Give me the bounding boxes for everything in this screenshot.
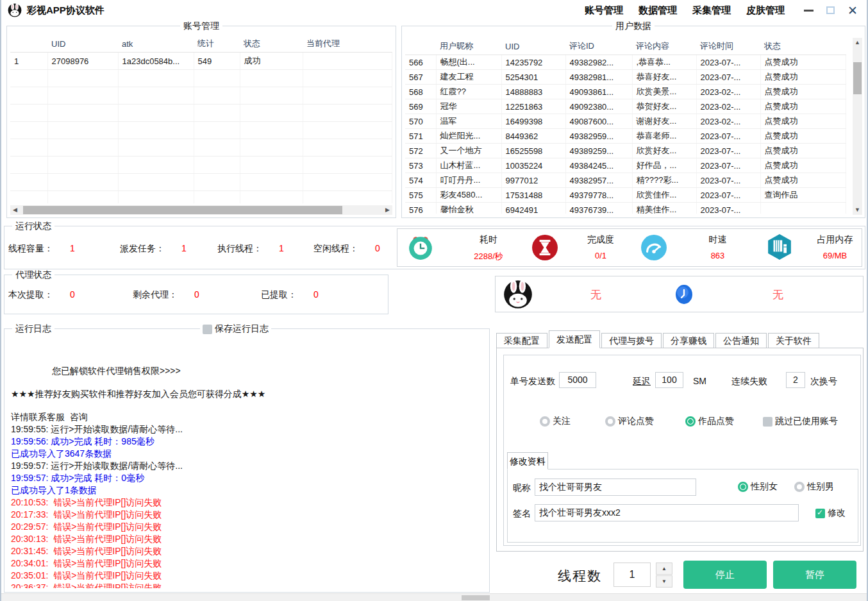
thread-count-input[interactable]: 1 [613,563,651,587]
table-row[interactable]: 573山木村蓝...1003522449384245...好作品，...2023… [405,158,846,173]
title-bar: 彩视APP协议软件 账号管理 数据管理 采集管理 皮肤管理 ✕ [1,0,867,21]
table-row[interactable]: 1270989761a23dc0584b...549成功 [10,53,392,70]
log-line: 详情联系客服 咨询 [11,411,484,423]
fail-label: 连续失败 [731,376,767,387]
column-header[interactable] [10,35,47,53]
stop-button[interactable]: 停止 [683,561,767,589]
maximize-icon[interactable] [826,6,835,14]
send-config-innerbox: 单号发送数 5000 延迟 100 SM 连续失败 2 次换号 关注 评论点赞 … [503,355,861,546]
log-output[interactable]: 您已解锁软件代理销售权限>>>>★★★推荐好友购买软件和推荐好友加入会员您可获得… [11,347,484,588]
tab-send-config[interactable]: 发送配置 [549,330,600,348]
stepper-down-icon[interactable]: ▼ [656,575,672,588]
radio-follow[interactable]: 关注 [540,416,571,427]
radio-work-like[interactable]: 作品点赞 [685,416,734,427]
column-header[interactable]: 评论内容 [632,38,696,55]
app-logo-rabbit-icon [8,3,22,17]
account-hscrollbar[interactable]: ◀ ▶ [10,205,392,215]
table-row[interactable]: 566畅想(出...1423579249382982...,恭喜恭...2023… [405,55,846,70]
column-header[interactable]: atk [118,35,194,53]
scroll-up-icon[interactable]: ▲ [853,38,862,47]
radio-icon[interactable] [540,416,550,427]
column-header[interactable]: 用户昵称 [436,38,501,55]
tab-announcement[interactable]: 公告通知 [715,333,767,348]
column-header[interactable]: 统计 [194,35,240,53]
radio-comment-like[interactable]: 评论点赞 [605,416,654,427]
checkbox-checked-icon[interactable] [815,509,825,518]
checkbox-icon[interactable] [763,417,772,427]
radio-gender-male[interactable]: 性别男 [794,481,834,493]
table-row[interactable]: 574叮叮丹丹...997701249382957...精????彩...202… [405,173,846,188]
radio-icon[interactable] [685,416,696,427]
fail-input[interactable]: 2 [786,372,805,388]
pause-button[interactable]: 暂停 [773,561,856,589]
column-header[interactable]: 当前代理 [303,35,392,53]
window-bottom-scrollbar[interactable] [1,593,867,601]
column-header[interactable]: UID [501,38,565,55]
column-header[interactable] [405,38,436,55]
signature-input[interactable]: 找个壮哥哥男友xxx2 [535,504,799,521]
rabbit-icon [503,280,533,309]
table-row[interactable]: 569冠华1225186349092380...恭贺好友...2023-02-.… [405,99,846,114]
window-buttons: ✕ [804,4,858,17]
account-panel-title: 账号管理 [180,21,222,32]
radio-icon[interactable] [738,482,748,492]
table-row[interactable]: 570温军1649939849087600...谢谢好友...2023-02-.… [405,114,846,129]
completion-stat: 完成度 0/1 [575,234,626,260]
nickname-label: 昵称 [513,482,531,494]
delay-unit-label: SM [693,376,706,386]
scroll-down-icon[interactable]: ▼ [853,205,862,215]
table-row[interactable]: 568红霞??1488888349093861...欣赏美景...2023-02… [405,85,846,99]
vscroll-thumb[interactable] [853,62,862,94]
running-threads-metric: 执行线程：1 [217,243,284,255]
log-line: 20:10:53: 错误>当前代理IP[]访问失败 [11,496,484,509]
speed-stat: 时速 863 [690,234,745,260]
menu-skin-management[interactable]: 皮肤管理 [746,4,785,17]
user-data-panel-title: 用户数据 [612,21,655,32]
save-log-checkbox[interactable]: 保存运行日志 [200,323,271,335]
close-icon[interactable]: ✕ [847,4,858,17]
log-line: 20:29:57: 错误>当前代理IP[]访问失败 [11,521,484,533]
checkbox-icon[interactable] [203,325,212,334]
tab-collect-config[interactable]: 采集配置 [496,333,547,348]
table-row[interactable]: 572又一个地方1652559849389259...欣赏好友...2023-0… [405,144,846,158]
user-vscrollbar[interactable]: ▲ ▼ [853,38,862,215]
radio-gender-female[interactable]: 性别女 [738,481,778,493]
column-header[interactable]: 状态 [760,38,846,55]
run-status-panel: 运行状态 线程容量：1 派发任务：1 执行线程：1 空闲线程：0 耗时 2288… [4,226,865,269]
column-header[interactable]: 评论ID [565,38,632,55]
minimize-icon[interactable] [804,10,814,12]
menu-collect-management[interactable]: 采集管理 [692,4,731,17]
skip-used-checkbox[interactable]: 跳过已使用账号 [763,416,838,427]
radio-icon[interactable] [605,416,615,427]
table-row[interactable]: 575彩友4580...1753148849379778...欣赏佳作...20… [405,188,846,203]
stepper-up-icon[interactable]: ▲ [656,563,672,575]
table-row[interactable]: 567建友工程525430149382981...恭喜好友...2023-07-… [405,70,846,85]
profile-subtab[interactable]: 修改资料 [507,452,548,470]
send-config-panel: 单号发送数 5000 延迟 100 SM 连续失败 2 次换号 关注 评论点赞 … [496,348,864,552]
hourglass-icon [531,234,558,261]
tab-about[interactable]: 关于软件 [768,333,819,348]
idle-threads-metric: 空闲线程：0 [313,243,380,255]
hscroll-thumb[interactable] [462,595,490,600]
modify-checkbox[interactable]: 修改 [815,507,846,519]
account-panel: 账号管理 UIDatk统计状态当前代理 1270989761a23dc0584b… [6,26,396,218]
log-line: 19:59:57: 运行>开始读取数据/请耐心等待... [11,460,484,472]
column-header[interactable]: 评论时间 [696,38,760,55]
scroll-right-icon[interactable]: ▶ [383,205,392,215]
tab-proxy-dial[interactable]: 代理与拨号 [601,333,662,348]
hscroll-thumb[interactable] [23,206,342,214]
signature-label: 签名 [513,508,531,520]
scroll-left-icon[interactable]: ◀ [10,205,20,215]
radio-icon[interactable] [794,482,805,492]
per-account-input[interactable]: 5000 [559,372,596,388]
delay-input[interactable]: 100 [655,372,683,388]
nickname-input[interactable]: 找个壮哥哥男友 [535,478,696,496]
table-row[interactable]: 576馨怡金秋694249149376739...精美佳作...2023-07-… [405,203,846,214]
table-row[interactable]: 571灿烂阳光...844936249382959...恭喜老师...2023-… [405,129,846,144]
menu-account-management[interactable]: 账号管理 [585,4,623,17]
menu-data-management[interactable]: 数据管理 [638,4,677,17]
column-header[interactable]: UID [47,35,118,53]
column-header[interactable]: 状态 [240,35,303,53]
tab-share-earn[interactable]: 分享赚钱 [663,333,714,348]
user-table-wrap: 用户昵称UID评论ID评论内容评论时间状态 566畅想(出...14235792… [405,38,846,214]
